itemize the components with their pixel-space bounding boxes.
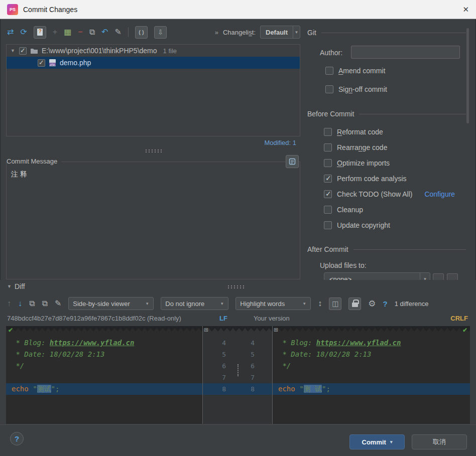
gear-icon[interactable]: ⚙ — [368, 299, 376, 308]
checkbox-label[interactable]: Cleanup — [337, 206, 363, 214]
checkbox[interactable] — [324, 143, 332, 151]
diff-section-label: Diff — [15, 282, 25, 290]
changelist-label: Changelist: — [223, 29, 256, 36]
cancel-button[interactable]: 取消 — [412, 434, 467, 449]
checkbox[interactable] — [324, 190, 332, 198]
edit-source-icon[interactable]: ✎ — [114, 28, 121, 36]
tree-root-row[interactable]: ▼ E:\www\project\001\thinkPHP5\demo 1 fi… — [7, 45, 300, 57]
diff-titles-row: 748bdccf4b27e7d87e912a96fe7867c1b8ddf02c… — [0, 312, 476, 325]
checkbox-label[interactable]: Optimize imports — [337, 159, 390, 167]
close-icon[interactable]: ✕ — [462, 5, 469, 14]
changelist-value: Default — [261, 29, 293, 36]
checkbox[interactable] — [324, 128, 332, 136]
author-label: Author: — [320, 49, 342, 57]
expand-folded-icon[interactable]: ⊞ — [274, 327, 278, 333]
checkbox[interactable] — [324, 221, 332, 229]
file-count: 1 file — [163, 47, 177, 55]
checkbox[interactable] — [325, 67, 333, 75]
disable-editing-toggle[interactable] — [348, 297, 361, 310]
chevron-down-icon[interactable]: ▼ — [293, 26, 300, 38]
chevron-down-icon[interactable]: ▾ — [390, 439, 393, 444]
edit-icon[interactable]: ✎ — [55, 299, 61, 308]
viewer-mode-combo[interactable]: Side-by-side viewer ▼ — [68, 297, 154, 310]
file-checkbox[interactable] — [38, 59, 45, 67]
previous-difference-icon[interactable]: ↑ — [7, 299, 11, 308]
highlight-mode-combo[interactable]: Highlight words ▼ — [235, 297, 311, 310]
scrollbar-thumb[interactable] — [466, 28, 469, 123]
code-token: */ — [12, 362, 24, 370]
checkbox-label[interactable]: Amend commit — [338, 67, 385, 75]
checkbox[interactable] — [324, 206, 332, 214]
changelist-combo[interactable]: Default ▼ — [260, 26, 300, 39]
collapse-arrow-icon[interactable]: ▼ — [7, 284, 12, 289]
checkbox[interactable] — [325, 85, 333, 93]
synchronized-scrolling-toggle[interactable]: ◫ — [329, 297, 341, 310]
refresh-icon[interactable]: ⟳ — [20, 28, 27, 36]
tree-file-row[interactable]: php demo.php — [7, 57, 300, 69]
splitter-handle[interactable] — [145, 149, 162, 153]
code-token: 测试 — [37, 385, 51, 393]
checkbox-label[interactable]: Perform code analysis — [337, 175, 407, 183]
code-token: * Blog: — [278, 339, 316, 347]
gutter-drag-handle[interactable] — [237, 364, 239, 376]
shelve-icon[interactable]: ⧉ — [89, 28, 95, 36]
rollback-icon[interactable]: ↶ — [101, 28, 108, 36]
whitespace-combo[interactable]: Do not ignore ▼ — [161, 297, 228, 310]
next-difference-icon[interactable]: ↓ — [18, 299, 22, 308]
option-row: Sign-off commit — [325, 80, 387, 98]
checkbox[interactable] — [324, 175, 332, 183]
add-icon[interactable]: + — [53, 28, 57, 36]
file-name: demo.php — [60, 59, 91, 67]
author-field[interactable] — [351, 46, 460, 59]
left-editor[interactable]: ✔ * Blog: https://www.yflad.cn * Date: 1… — [6, 326, 202, 424]
commit-message-text[interactable]: 注 释 — [11, 170, 27, 179]
chevron-overflow-icon[interactable]: » — [215, 29, 218, 36]
expand-folded-icon[interactable]: ⊞ — [204, 327, 208, 333]
changes-tree[interactable]: ▼ E:\www\project\001\thinkPHP5\demo 1 fi… — [6, 44, 300, 136]
splitter-handle[interactable] — [227, 285, 244, 288]
code-line: * Blog: https://www.yflad.cn — [273, 337, 470, 349]
diff-collapse-header[interactable]: ▼ Diff — [7, 282, 25, 290]
before-commit-list: Reformat codeRearrange codeOptimize impo… — [324, 124, 455, 233]
checkbox-label[interactable]: Sign-off commit — [338, 85, 387, 93]
code-token: */ — [278, 362, 291, 370]
history-icon — [289, 158, 296, 165]
remove-icon[interactable]: − — [78, 28, 82, 36]
right-editor[interactable]: ⊞ ✔ * Blog: https://www.yflad.cn * Date:… — [273, 326, 470, 424]
toolbar-separator — [128, 27, 129, 37]
code-line: */ — [273, 360, 470, 372]
checkbox-label[interactable]: Rearrange code — [337, 143, 387, 151]
preview-icon: ( ) — [139, 30, 144, 35]
show-unversioned-toggle[interactable] — [34, 26, 46, 39]
option-row: Perform code analysis — [324, 171, 455, 186]
collapse-arrow-icon[interactable]: ▼ — [11, 48, 16, 53]
help-button[interactable]: ? — [10, 432, 24, 445]
copy-right-icon[interactable]: ⧉ — [42, 299, 47, 308]
code-line: echo "测 试"; — [273, 383, 470, 395]
checkbox-label[interactable]: Check TODO (Show All) — [337, 190, 412, 198]
right-line-ending-badge[interactable]: CRLF — [450, 315, 468, 322]
commit-button[interactable]: Commit ▾ — [349, 434, 405, 449]
commit-button-label: Commit — [362, 438, 386, 446]
move-to-changelist-icon[interactable]: ▦ — [64, 28, 71, 36]
group-by-directory-toggle[interactable]: ⇩ — [154, 26, 167, 39]
code-token: " — [33, 385, 37, 393]
title-bar[interactable]: PS Commit Changes ✕ — [0, 0, 476, 19]
collapse-unchanged-icon[interactable]: ↕ — [318, 299, 322, 308]
checkbox[interactable] — [324, 159, 332, 167]
code-token: "; — [51, 385, 60, 393]
show-diff-icon[interactable]: ⇄ — [7, 28, 14, 36]
left-line-ending-badge[interactable]: LF — [219, 315, 227, 322]
sync-scroll-icon: ◫ — [332, 300, 338, 307]
configure-link[interactable]: Configure — [424, 190, 455, 198]
help-icon[interactable]: ? — [383, 300, 388, 308]
left-revision-title: 748bdccf4b27e7d87e912a96fe7867c1b8ddf02c… — [7, 315, 181, 322]
copy-left-icon[interactable]: ⧉ — [29, 299, 35, 308]
preview-diff-toggle[interactable]: ( ) — [135, 26, 148, 39]
root-checkbox[interactable] — [19, 47, 27, 55]
checkbox-label[interactable]: Reformat code — [337, 128, 383, 136]
code-line: * Date: 18/02/28 2:13 — [6, 349, 202, 360]
message-history-button[interactable] — [286, 155, 299, 168]
code-token: * Date: 18/02/28 2:13 — [12, 350, 104, 358]
checkbox-label[interactable]: Update copyright — [337, 221, 390, 229]
